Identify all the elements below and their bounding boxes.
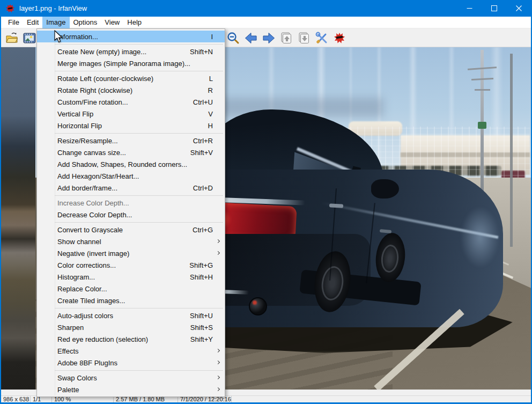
- menu-item-label: Rotate Left (counter-clockwise): [57, 75, 153, 83]
- menu-item-label: Horizontal Flip: [57, 122, 102, 130]
- menu-item[interactable]: Effects: [37, 345, 225, 357]
- menu-item-shortcut: Shift+G: [189, 261, 213, 269]
- menu-item-shortcut: H: [208, 122, 213, 130]
- menu-item-label: Convert to Grayscale: [57, 226, 123, 234]
- menu-item-shortcut: Ctrl+U: [193, 98, 213, 106]
- menu-item[interactable]: Swap Colors: [37, 372, 225, 384]
- menu-item-label: Sharpen: [57, 324, 84, 332]
- menu-item[interactable]: Horizontal Flip H: [37, 120, 225, 131]
- menu-item[interactable]: Create New (empty) image... Shift+N: [37, 46, 225, 57]
- delete-button[interactable]: [331, 30, 347, 46]
- door-handle: [329, 203, 343, 208]
- menu-item[interactable]: Adobe 8BF PlugIns: [37, 357, 225, 369]
- menu-item-shortcut: R: [208, 86, 213, 94]
- previous-image-button[interactable]: [243, 30, 258, 46]
- maximize-button[interactable]: [482, 0, 506, 17]
- pages-down-icon: [297, 31, 311, 45]
- menu-item[interactable]: Sharpen Shift+S: [37, 321, 225, 333]
- menu-item[interactable]: Negative (invert image): [37, 247, 225, 259]
- menu-item-shortcut: L: [209, 75, 213, 83]
- menu-item[interactable]: Rotate Right (clockwise) R: [37, 84, 225, 96]
- menu-item-label: Increase Color Depth...: [57, 199, 129, 207]
- menubar-item-label: Image: [46, 18, 65, 26]
- window-controls: [457, 0, 531, 17]
- toolbar-group-left: [4, 30, 37, 46]
- menu-item[interactable]: Auto-adjust colors Shift+U: [37, 310, 225, 321]
- menu-item-shortcut: Shift+H: [190, 273, 213, 281]
- pole: [510, 54, 513, 247]
- status-field-text: 986 x 638 x 24 BPP: [3, 396, 31, 402]
- exhaust-glint: [253, 300, 257, 305]
- menu-item[interactable]: Rotate Left (counter-clockwise) L: [37, 72, 225, 84]
- menu-item[interactable]: Add Hexagon/Star/Heart...: [37, 170, 225, 182]
- menu-item[interactable]: Replace Color...: [37, 283, 225, 295]
- green-sign: [478, 122, 486, 129]
- tools-icon: [315, 31, 329, 45]
- menu-item-label: Add border/frame...: [57, 184, 117, 192]
- menu-item-label: Auto-adjust colors: [57, 312, 113, 320]
- car-reflection: [460, 206, 500, 268]
- close-button[interactable]: [506, 0, 531, 17]
- menu-item[interactable]: Resize/Resample... Ctrl+R: [37, 135, 225, 146]
- menu-item[interactable]: Create Tiled images...: [37, 295, 225, 306]
- arrow-left-icon: [244, 31, 258, 45]
- menu-item-label: Color corrections...: [57, 261, 116, 269]
- menu-item-shortcut: Shift+U: [190, 312, 213, 320]
- menu-item[interactable]: Custom/Fine rotation... Ctrl+U: [37, 96, 225, 108]
- menu-item[interactable]: Information... I: [37, 31, 225, 42]
- first-image-button[interactable]: [278, 30, 294, 46]
- menu-item[interactable]: Show channel: [37, 236, 225, 247]
- toolbar-group-right: [225, 30, 347, 46]
- menu-item[interactable]: Decrease Color Depth...: [37, 209, 225, 221]
- properties-button[interactable]: [314, 30, 329, 46]
- menu-item[interactable]: Increase Color Depth...: [37, 197, 225, 209]
- menu-item-label: Information...: [57, 33, 98, 41]
- slideshow-button[interactable]: [21, 30, 37, 46]
- menu-item[interactable]: Palette: [37, 384, 225, 395]
- menu-bar: File Edit Image Options View Help: [1, 17, 531, 28]
- menu-item-label: Create Tiled images...: [57, 297, 125, 305]
- menu-item[interactable]: Change canvas size... Shift+V: [37, 146, 225, 158]
- menubar-item-label: Edit: [27, 18, 39, 26]
- submenu-arrow-icon: [216, 361, 220, 364]
- minimize-button[interactable]: [457, 0, 482, 17]
- menubar-item[interactable]: Options: [70, 17, 101, 28]
- light-pole-arm: [475, 89, 490, 91]
- title-bar[interactable]: layer1.png - IrfanView: [1, 0, 531, 17]
- next-image-button[interactable]: [261, 30, 276, 46]
- menubar-item[interactable]: File: [4, 17, 23, 28]
- menu-item[interactable]: Convert to Grayscale Ctrl+G: [37, 224, 225, 236]
- menubar-item-label: File: [8, 18, 19, 26]
- last-image-button[interactable]: [296, 30, 312, 46]
- submenu-arrow-icon: [216, 251, 220, 255]
- menu-item-label: Histogram...: [57, 273, 95, 281]
- menu-item-shortcut: Shift+V: [190, 149, 213, 157]
- menubar-item[interactable]: Image: [42, 17, 69, 28]
- menu-item-label: Add Hexagon/Star/Heart...: [57, 172, 139, 180]
- menu-item-label: Vertical Flip: [57, 110, 93, 118]
- menu-item-shortcut: Shift+Y: [190, 335, 213, 343]
- open-file-button[interactable]: [4, 30, 19, 46]
- zoom-out-icon: [226, 31, 240, 45]
- menubar-item[interactable]: Edit: [23, 17, 42, 28]
- menu-item-label: Resize/Resample...: [57, 137, 118, 145]
- submenu-arrow-icon: [216, 376, 220, 379]
- menu-item[interactable]: Add Shadow, Shapes, Rounded corners...: [37, 158, 225, 170]
- open-folder-icon: [5, 31, 19, 45]
- menu-item[interactable]: Color corrections... Shift+G: [37, 259, 225, 271]
- submenu-arrow-icon: [216, 387, 220, 391]
- menu-item[interactable]: Add border/frame... Ctrl+D: [37, 182, 225, 194]
- menu-item[interactable]: Red eye reduction (selection) Shift+Y: [37, 333, 225, 345]
- menu-item-label: Custom/Fine rotation...: [57, 98, 128, 106]
- zoom-out-button[interactable]: [225, 30, 241, 46]
- exhaust-pipe: [249, 297, 267, 315]
- arrow-right-icon: [262, 31, 276, 45]
- delete-red-icon: [332, 31, 346, 45]
- menu-item-label: Change canvas size...: [57, 149, 126, 157]
- menubar-item[interactable]: Help: [123, 17, 145, 28]
- menubar-item[interactable]: View: [101, 17, 123, 28]
- menu-item[interactable]: Merge images (Simple Panorama image)...: [37, 57, 225, 69]
- menu-item-label: Swap Colors: [57, 374, 97, 382]
- menu-item[interactable]: Vertical Flip V: [37, 108, 225, 120]
- menu-item[interactable]: Histogram... Shift+H: [37, 271, 225, 283]
